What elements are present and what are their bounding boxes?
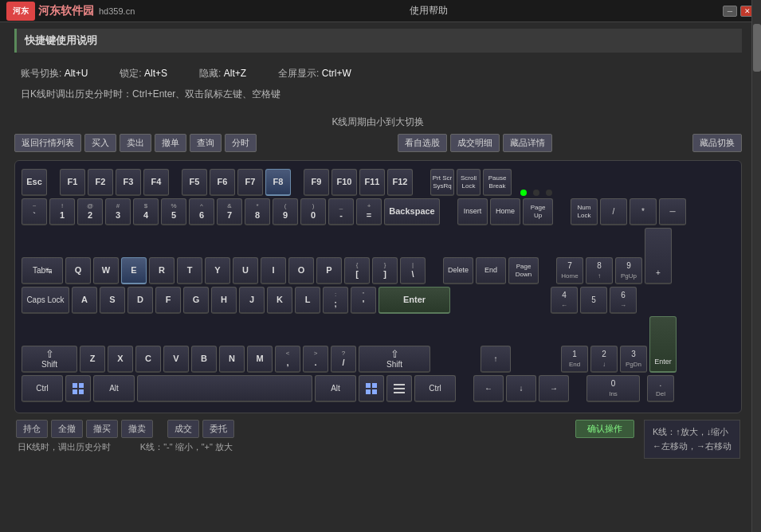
key-backslash[interactable]: |\ <box>400 257 426 284</box>
key-0[interactable]: )0 <box>300 198 326 225</box>
key-a[interactable]: A <box>72 287 97 314</box>
key-h[interactable]: H <box>211 287 237 314</box>
key-3[interactable]: #3 <box>105 198 131 225</box>
key-rbracket[interactable]: }] <box>372 257 398 284</box>
key-rctrl[interactable]: Ctrl <box>414 375 456 402</box>
key-f9[interactable]: F9 <box>304 169 329 196</box>
key-g[interactable]: G <box>183 287 209 314</box>
key-f11[interactable]: F11 <box>359 169 385 196</box>
key-lalt[interactable]: Alt <box>93 375 135 402</box>
key-numlock[interactable]: NumLock <box>571 198 598 225</box>
key-numpad-star[interactable]: * <box>630 198 657 225</box>
watchlist-button[interactable]: 看自选股 <box>398 134 447 152</box>
key-f8[interactable]: F8 <box>265 169 291 196</box>
key-esc[interactable]: Esc <box>22 169 47 196</box>
cancel-order-button[interactable]: 撤单 <box>155 134 186 152</box>
all-cancel-button[interactable]: 全撤 <box>51 420 83 438</box>
key-w[interactable]: W <box>93 257 119 284</box>
key-d[interactable]: D <box>127 287 153 314</box>
key-lbracket[interactable]: {[ <box>344 257 370 284</box>
key-equals[interactable]: += <box>356 198 382 225</box>
key-n[interactable]: N <box>219 346 245 373</box>
key-7[interactable]: &7 <box>217 198 242 225</box>
collection-detail-button[interactable]: 藏品详情 <box>503 134 552 152</box>
key-numpad-1[interactable]: 1End <box>561 346 588 373</box>
key-u[interactable]: U <box>233 257 258 284</box>
key-numpad-slash[interactable]: / <box>600 198 627 225</box>
key-f12[interactable]: F12 <box>387 169 413 196</box>
key-semicolon[interactable]: :; <box>323 287 348 314</box>
key-slash[interactable]: ?/ <box>331 346 356 373</box>
key-numpad-6[interactable]: 6→ <box>610 287 637 314</box>
key-4[interactable]: $4 <box>133 198 159 225</box>
key-enter[interactable]: Enter <box>379 287 450 314</box>
key-end[interactable]: End <box>476 257 506 284</box>
key-f5[interactable]: F5 <box>182 169 207 196</box>
key-z[interactable]: Z <box>80 346 105 373</box>
key-p[interactable]: P <box>316 257 342 284</box>
query-button[interactable]: 查询 <box>190 134 222 152</box>
key-f6[interactable]: F6 <box>210 169 235 196</box>
key-f4[interactable]: F4 <box>143 169 169 196</box>
key-j[interactable]: J <box>239 287 265 314</box>
key-pagedown[interactable]: PageDown <box>508 257 539 284</box>
key-period[interactable]: >. <box>303 346 328 373</box>
key-space[interactable] <box>137 375 312 402</box>
key-r[interactable]: R <box>149 257 175 284</box>
hold-button[interactable]: 持仓 <box>16 420 48 438</box>
key-home[interactable]: Home <box>490 198 520 225</box>
cancel-sell-button[interactable]: 撤卖 <box>121 420 153 438</box>
key-v[interactable]: V <box>163 346 189 373</box>
key-y[interactable]: Y <box>205 257 230 284</box>
key-k[interactable]: K <box>267 287 292 314</box>
key-backspace[interactable]: Backspace <box>384 198 440 225</box>
key-f1[interactable]: F1 <box>60 169 85 196</box>
key-insert[interactable]: Insert <box>457 198 488 225</box>
buy-button[interactable]: 买入 <box>84 134 116 152</box>
key-left[interactable]: ← <box>473 375 504 402</box>
key-rwin[interactable] <box>359 375 384 402</box>
key-down[interactable]: ↓ <box>506 375 536 402</box>
key-l[interactable]: L <box>295 287 320 314</box>
key-numpad-minus[interactable]: ─ <box>659 198 686 225</box>
key-q[interactable]: Q <box>65 257 91 284</box>
back-button[interactable]: 返回行情列表 <box>14 134 81 152</box>
key-ralt[interactable]: Alt <box>315 375 356 402</box>
key-b[interactable]: B <box>191 346 217 373</box>
key-capslock[interactable]: Caps Lock <box>22 287 69 314</box>
key-right[interactable]: → <box>539 375 569 402</box>
key-2[interactable]: @2 <box>77 198 103 225</box>
scrollbar-thumb[interactable] <box>753 24 761 72</box>
key-o[interactable]: O <box>288 257 314 284</box>
key-numpad-2[interactable]: 2↓ <box>590 346 618 373</box>
key-f3[interactable]: F3 <box>116 169 141 196</box>
key-t[interactable]: T <box>177 257 202 284</box>
key-9[interactable]: (9 <box>273 198 298 225</box>
key-e[interactable]: E <box>121 257 147 284</box>
key-numpad-8[interactable]: 8↑ <box>586 257 613 284</box>
key-numpad-4[interactable]: 4← <box>551 287 578 314</box>
key-delete[interactable]: Delete <box>443 257 473 284</box>
key-prtscr[interactable]: Prt ScrSysRq <box>430 169 454 196</box>
key-tab[interactable]: Tab↹ <box>22 257 63 284</box>
entrust-button[interactable]: 委托 <box>202 420 234 438</box>
sell-button[interactable]: 卖出 <box>120 134 151 152</box>
key-f2[interactable]: F2 <box>88 169 113 196</box>
key-numpad-plus[interactable]: + <box>645 228 672 284</box>
key-quote[interactable]: "' <box>351 287 376 314</box>
key-s[interactable]: S <box>100 287 125 314</box>
key-numpad-9[interactable]: 9PgUp <box>615 257 642 284</box>
key-x[interactable]: X <box>108 346 133 373</box>
collection-switch-button[interactable]: 藏品切换 <box>692 134 742 152</box>
scrollbar[interactable] <box>751 0 761 532</box>
key-1[interactable]: !1 <box>49 198 75 225</box>
key-menu[interactable] <box>386 375 412 402</box>
confirm-button[interactable]: 确认操作 <box>575 420 634 438</box>
deal-detail-button[interactable]: 成交明细 <box>450 134 500 152</box>
key-numpad-5[interactable]: 5 <box>580 287 607 314</box>
key-lctrl[interactable]: Ctrl <box>22 375 63 402</box>
key-numpad-7[interactable]: 7Home <box>556 257 583 284</box>
key-pageup[interactable]: PageUp <box>523 198 553 225</box>
key-numpad-0[interactable]: 0Ins <box>586 375 640 402</box>
key-minus[interactable]: _- <box>328 198 354 225</box>
